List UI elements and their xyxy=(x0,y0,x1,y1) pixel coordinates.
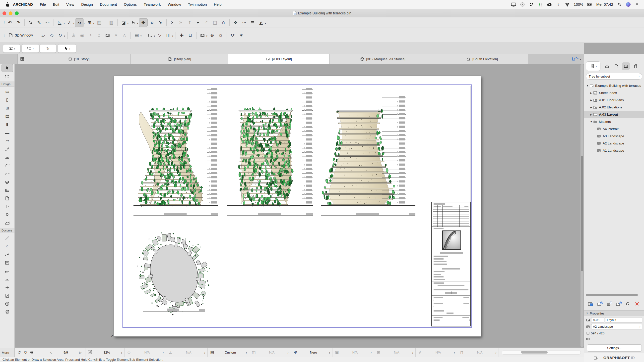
graphic-overrides-segment[interactable]: ⊞N/A› xyxy=(374,348,416,357)
search-icon[interactable] xyxy=(617,2,622,7)
quickbar-horizontal-scrollbar[interactable] xyxy=(502,351,581,355)
tree-item-masters[interactable]: ▼Masters xyxy=(584,118,644,125)
scale-segment[interactable]: ∠N/A› xyxy=(166,348,208,357)
walk-button[interactable]: ♙ xyxy=(70,31,78,39)
layout-settings-button[interactable]: Settings... xyxy=(587,344,642,352)
3d-window-button[interactable]: 3D Window xyxy=(6,33,35,38)
tree-item-a-02-elevations[interactable]: ▶A.02 Elevations xyxy=(584,104,644,111)
control-center-icon[interactable]: ≡ xyxy=(634,2,640,7)
dimensions-segment[interactable]: ⊓N/A› xyxy=(457,348,499,357)
zoom-next-button[interactable]: ↻ xyxy=(23,350,28,355)
guide-lines-button[interactable]: ◺ xyxy=(56,19,64,27)
stair-tool[interactable] xyxy=(2,145,13,153)
layout-settings-button[interactable] xyxy=(587,301,594,308)
perspective-button[interactable]: ▱ xyxy=(39,31,48,39)
new-master-layout-button[interactable] xyxy=(606,301,613,308)
home-story-button[interactable]: ⌂ xyxy=(95,31,103,39)
next-page-button[interactable]: ▷ xyxy=(78,351,83,354)
new-subset-button[interactable] xyxy=(615,301,622,308)
spline-tool[interactable] xyxy=(2,251,13,258)
renovation-filter-segment[interactable]: ◇N/A› xyxy=(124,348,166,357)
bluetooth-icon[interactable]: ᛒ xyxy=(556,2,561,7)
navigator-toggle-project-map[interactable] xyxy=(603,62,611,70)
popup-navigator-dropdown[interactable]: ▾ xyxy=(580,58,581,60)
zoom-to-selection-button[interactable] xyxy=(26,19,35,27)
graphic-overrides-flyout[interactable]: › xyxy=(412,351,414,355)
tab--story-plan-[interactable]: [Story plan] xyxy=(131,54,228,64)
navigator-toggle-publisher[interactable] xyxy=(631,62,639,70)
menu-help[interactable]: Help xyxy=(210,2,225,6)
marquee-select-button[interactable]: › xyxy=(22,44,39,53)
sun-home-button[interactable]: ☼ xyxy=(216,31,225,39)
navigator-toggle-view-map[interactable] xyxy=(612,62,620,70)
surface-mesh-tool[interactable] xyxy=(2,219,13,227)
expander-closed-icon[interactable]: ▶ xyxy=(590,113,593,116)
pick-up-parameters-button[interactable]: ✎ xyxy=(35,19,43,27)
cloud-upload-icon[interactable] xyxy=(547,2,552,7)
column-tool[interactable]: ▮ xyxy=(2,121,13,128)
label-tool[interactable] xyxy=(2,292,13,299)
pen-set-segment[interactable]: ΨNero› xyxy=(291,348,332,357)
scale-flyout[interactable]: › xyxy=(204,351,206,355)
properties-header[interactable]: ▼Properties xyxy=(584,310,644,316)
undo-button[interactable]: ↶ xyxy=(6,19,14,27)
layout-id-field[interactable]: A.03 xyxy=(591,317,604,323)
marquee-view-button[interactable] xyxy=(146,31,154,39)
menu-file[interactable]: File xyxy=(36,2,49,6)
mesh-tool[interactable] xyxy=(2,178,13,186)
expander-open-icon[interactable]: ▼ xyxy=(590,121,593,123)
toolbox-more-button[interactable]: More xyxy=(0,348,14,357)
new-layout-button[interactable] xyxy=(596,301,604,308)
look-around-button[interactable]: ⟳ xyxy=(228,31,237,39)
stretch-button[interactable]: ⇲ xyxy=(156,19,164,27)
menu-teamwork[interactable]: Teamwork xyxy=(140,2,164,6)
fillet-button[interactable]: ◜ xyxy=(202,19,211,27)
tree-item-a-03-layout[interactable]: ▶A.03 Layout xyxy=(584,111,644,118)
menu-design[interactable]: Design xyxy=(78,2,96,6)
coordinate-input-button[interactable]: XY xyxy=(75,18,84,27)
marquee-select-flyout[interactable]: › xyxy=(32,47,34,50)
dimension-tool[interactable] xyxy=(2,267,13,275)
corner-button[interactable]: ⌐ xyxy=(194,19,202,27)
cut-plane-button[interactable]: ◪ xyxy=(119,19,128,27)
properties-expander-icon[interactable]: ▼ xyxy=(586,312,588,315)
apple-logo-icon[interactable] xyxy=(4,2,10,7)
adjust-button[interactable]: ✄ xyxy=(177,19,185,27)
partial-structure-flyout[interactable]: › xyxy=(288,351,289,355)
examine-button[interactable]: ◉ xyxy=(78,31,86,39)
menu-view[interactable]: View xyxy=(63,2,78,6)
menu-document[interactable]: Document xyxy=(96,2,120,6)
inject-parameters-button[interactable]: ✏ xyxy=(43,19,52,27)
zoom-level-segment[interactable]: 32%› xyxy=(86,348,124,357)
railing-tool[interactable] xyxy=(2,153,13,161)
highlight-pen-button[interactable]: ✑ xyxy=(240,19,248,27)
tree-item-example-building-with-terraces[interactable]: ▼Example Building with terraces xyxy=(584,82,644,89)
layers-flyout[interactable]: › xyxy=(246,351,247,355)
expander-closed-icon[interactable]: ▶ xyxy=(590,99,593,101)
tree-item-a1-landscape[interactable]: A1 Landscape xyxy=(584,147,644,154)
layout-canvas[interactable]: ✕ xyxy=(15,64,584,348)
popup-navigator-button[interactable]: ▾ xyxy=(569,54,584,64)
figure-tool[interactable] xyxy=(2,259,13,267)
hotspot-tool[interactable] xyxy=(2,283,13,291)
cutting-plane-button[interactable]: ◫ xyxy=(164,31,172,39)
chooser-flyout[interactable]: › xyxy=(596,64,597,68)
dimension-units-button[interactable]: 12 xyxy=(148,19,156,27)
move-button[interactable]: ✥ xyxy=(139,18,148,27)
navigator-project-chooser[interactable]: › xyxy=(586,61,600,71)
edit-group-button[interactable]: ❖ xyxy=(231,19,240,27)
fill-tool[interactable] xyxy=(2,308,13,316)
audio-levels-icon[interactable] xyxy=(538,2,543,7)
menu-edit[interactable]: Edit xyxy=(49,2,63,6)
3d-cutaway-button[interactable]: ◭ xyxy=(257,19,265,27)
creative-cloud-icon[interactable] xyxy=(520,2,525,7)
update-button[interactable] xyxy=(624,301,632,308)
equipment-tool[interactable] xyxy=(2,211,13,218)
tab--south-elevation-[interactable]: [South Elevation] xyxy=(436,54,528,64)
tab--3d-marquee-all-stories-[interactable]: [3D / Marquee, All Stories] xyxy=(330,54,436,64)
app-menu-name[interactable]: ARCHICAD xyxy=(10,2,36,6)
roof-tool[interactable] xyxy=(2,162,13,169)
solid-operations-button[interactable]: ⌂ xyxy=(219,19,228,27)
orbit-grab-button[interactable]: ↻ xyxy=(39,44,56,53)
tree-item-a4-portrait[interactable]: A4 Portrait xyxy=(584,125,644,133)
